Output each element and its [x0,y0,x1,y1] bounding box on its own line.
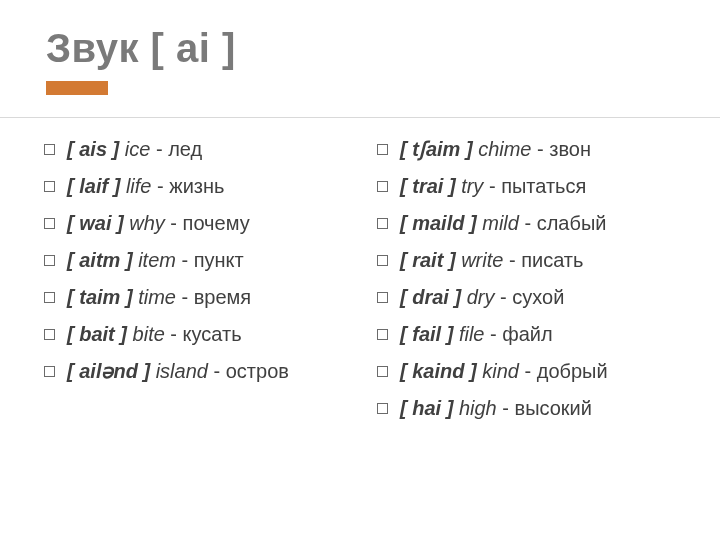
dash: - [531,138,549,160]
bullet-icon [377,181,388,192]
russian-word: пытаться [501,175,586,197]
column-right: [ tʃaim ] chime - звон[ trai ] try - пыт… [377,136,690,432]
content-area: [ ais ] ice - лед[ laif ] life - жизнь[ … [0,118,720,432]
list-item: [ taim ] time - время [44,284,357,311]
bullet-icon [377,255,388,266]
dash: - [150,138,168,160]
list-item: [ ais ] ice - лед [44,136,357,163]
list-item: [ tʃaim ] chime - звон [377,136,690,163]
list-item: [ laif ] life - жизнь [44,173,357,200]
bullet-icon [377,366,388,377]
list-item-text: [ taim ] time - время [67,284,251,311]
dash: - [151,175,169,197]
english-word: item [138,249,176,271]
dash: - [208,360,226,382]
russian-word: файл [502,323,552,345]
dash: - [165,212,183,234]
dash: - [165,323,183,345]
bullet-icon [377,403,388,414]
bullet-icon [44,329,55,340]
english-word: why [129,212,165,234]
list-item: [ wai ] why - почему [44,210,357,237]
list-item-text: [ aitm ] item - пункт [67,247,244,274]
russian-word: слабый [537,212,607,234]
russian-word: писать [521,249,583,271]
list-item: [ hai ] high - высокий [377,395,690,422]
english-word: kind [482,360,519,382]
bullet-icon [377,218,388,229]
list-item: [ drai ] dry - сухой [377,284,690,311]
bullet-icon [44,144,55,155]
page-title: Звук [ ai ] [46,26,720,71]
russian-word: остров [226,360,289,382]
bullet-icon [44,255,55,266]
transcription: [ ailənd ] [67,360,150,382]
list-item: [ ailənd ] island - остров [44,358,357,385]
list-item-text: [ hai ] high - высокий [400,395,592,422]
transcription: [ aitm ] [67,249,133,271]
russian-word: кусать [183,323,242,345]
english-word: mild [482,212,519,234]
list-item: [ maild ] mild - слабый [377,210,690,237]
dash: - [484,323,502,345]
russian-word: почему [183,212,250,234]
english-word: high [459,397,497,419]
transcription: [ fail ] [400,323,453,345]
transcription: [ maild ] [400,212,477,234]
transcription: [ hai ] [400,397,453,419]
list-item: [ trai ] try - пытаться [377,173,690,200]
russian-word: время [194,286,251,308]
list-item: [ fail ] file - файл [377,321,690,348]
slide: Звук [ ai ] [ ais ] ice - лед[ laif ] li… [0,0,720,540]
transcription: [ laif ] [67,175,120,197]
transcription: [ drai ] [400,286,461,308]
list-item-text: [ fail ] file - файл [400,321,553,348]
english-word: chime [478,138,531,160]
russian-word: лед [168,138,202,160]
list-item-text: [ kaind ] kind - добрый [400,358,608,385]
russian-word: высокий [515,397,592,419]
russian-word: звон [549,138,591,160]
english-word: try [461,175,483,197]
bullet-icon [377,292,388,303]
english-word: island [156,360,208,382]
list-item: [ bait ] bite - кусать [44,321,357,348]
russian-word: добрый [537,360,608,382]
bullet-icon [377,144,388,155]
dash: - [483,175,501,197]
bullet-icon [44,366,55,377]
dash: - [519,212,537,234]
russian-word: пункт [194,249,244,271]
transcription: [ kaind ] [400,360,477,382]
dash: - [176,249,194,271]
list-item-text: [ wai ] why - почему [67,210,250,237]
transcription: [ tʃaim ] [400,138,473,160]
russian-word: сухой [512,286,564,308]
russian-word: жизнь [169,175,224,197]
accent-bar [46,81,108,95]
bullet-icon [44,292,55,303]
bullet-icon [377,329,388,340]
list-item: [ rait ] write - писать [377,247,690,274]
dash: - [503,249,521,271]
transcription: [ trai ] [400,175,456,197]
list-item-text: [ ais ] ice - лед [67,136,202,163]
english-word: file [459,323,485,345]
dash: - [494,286,512,308]
dash: - [519,360,537,382]
list-item-text: [ rait ] write - писать [400,247,583,274]
list-item-text: [ maild ] mild - слабый [400,210,606,237]
english-word: ice [125,138,151,160]
list-item-text: [ drai ] dry - сухой [400,284,564,311]
list-item: [ kaind ] kind - добрый [377,358,690,385]
transcription: [ bait ] [67,323,127,345]
title-area: Звук [ ai ] [0,0,720,95]
english-word: time [138,286,176,308]
transcription: [ rait ] [400,249,456,271]
transcription: [ taim ] [67,286,133,308]
column-left: [ ais ] ice - лед[ laif ] life - жизнь[ … [44,136,357,432]
list-item-text: [ trai ] try - пытаться [400,173,586,200]
english-word: life [126,175,152,197]
list-item: [ aitm ] item - пункт [44,247,357,274]
dash: - [497,397,515,419]
